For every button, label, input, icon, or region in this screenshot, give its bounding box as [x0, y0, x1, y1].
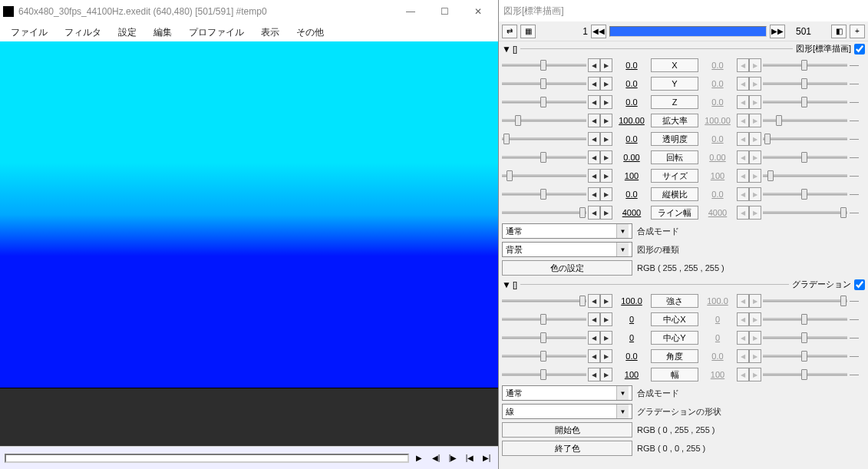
- decrement-button[interactable]: ◀: [588, 77, 600, 91]
- param-slider-right[interactable]: [763, 156, 847, 159]
- param-label-button[interactable]: 幅: [651, 368, 698, 381]
- decrement-button[interactable]: ◀: [737, 368, 749, 381]
- decrement-button[interactable]: ◀: [737, 169, 749, 183]
- param-value-right[interactable]: 4000: [700, 208, 735, 217]
- seek-back-button[interactable]: ◀◀: [591, 25, 606, 38]
- param-slider-right[interactable]: [763, 193, 847, 196]
- param-label-button[interactable]: 中心X: [651, 312, 698, 326]
- start-color-button[interactable]: 開始色: [502, 422, 632, 438]
- next-frame-button[interactable]: |▶: [446, 451, 460, 465]
- param-value-right[interactable]: 100: [700, 171, 735, 180]
- param-value-right[interactable]: 100: [700, 370, 735, 379]
- param-value-left[interactable]: 100.0: [614, 296, 649, 306]
- increment-button[interactable]: ▶: [749, 206, 761, 220]
- param-slider-left[interactable]: [502, 174, 586, 177]
- param-label-button[interactable]: Y: [651, 77, 698, 91]
- param-value-left[interactable]: 0: [614, 333, 649, 342]
- param-slider-left[interactable]: [502, 64, 586, 67]
- menu-item[interactable]: プロファイル: [181, 25, 252, 41]
- increment-button[interactable]: ▶: [600, 114, 612, 127]
- section-bracket[interactable]: []: [513, 45, 517, 54]
- param-value-right[interactable]: 0: [700, 333, 735, 342]
- param-slider-right[interactable]: [763, 373, 847, 376]
- param-value-right[interactable]: 0.0: [700, 79, 735, 88]
- param-value-right[interactable]: 0.0: [700, 61, 735, 70]
- param-value-left[interactable]: 0.0: [614, 79, 649, 88]
- param-slider-right[interactable]: [763, 299, 847, 302]
- decrement-button[interactable]: ◀: [737, 206, 749, 220]
- param-value-left[interactable]: 0: [614, 315, 649, 324]
- param-value-left[interactable]: 0.0: [614, 97, 649, 107]
- param-slider-right[interactable]: [763, 211, 847, 214]
- decrement-button[interactable]: ◀: [588, 114, 600, 127]
- shape-type-dropdown[interactable]: 背景▼: [502, 242, 632, 257]
- param-value-left[interactable]: 0.00: [614, 153, 649, 162]
- scrub-bar[interactable]: [5, 454, 409, 463]
- increment-button[interactable]: ▶: [749, 294, 761, 308]
- start-button[interactable]: |◀: [463, 451, 477, 465]
- grad-shape-dropdown[interactable]: 線▼: [502, 404, 632, 419]
- increment-button[interactable]: ▶: [749, 114, 761, 127]
- increment-button[interactable]: ▶: [749, 187, 761, 201]
- param-label-button[interactable]: 強さ: [651, 294, 698, 308]
- decrement-button[interactable]: ◀: [588, 206, 600, 220]
- increment-button[interactable]: ▶: [749, 331, 761, 345]
- decrement-button[interactable]: ◀: [588, 58, 600, 72]
- menu-item[interactable]: その他: [289, 25, 332, 41]
- param-label-button[interactable]: 縦横比: [651, 187, 698, 201]
- decrement-button[interactable]: ◀: [737, 132, 749, 146]
- seek-bar[interactable]: [609, 26, 767, 37]
- param-slider-right[interactable]: [763, 318, 847, 321]
- decrement-button[interactable]: ◀: [588, 368, 600, 381]
- increment-button[interactable]: ▶: [749, 77, 761, 91]
- decrement-button[interactable]: ◀: [737, 95, 749, 109]
- decrement-button[interactable]: ◀: [737, 331, 749, 345]
- menu-item[interactable]: ファイル: [3, 25, 55, 41]
- param-label-button[interactable]: 角度: [651, 349, 698, 363]
- param-slider-left[interactable]: [502, 299, 586, 302]
- decrement-button[interactable]: ◀: [588, 169, 600, 183]
- param-slider-right[interactable]: [763, 137, 847, 140]
- param-slider-right[interactable]: [763, 82, 847, 85]
- decrement-button[interactable]: ◀: [737, 294, 749, 308]
- param-label-button[interactable]: X: [651, 58, 698, 72]
- increment-button[interactable]: ▶: [749, 349, 761, 363]
- menu-item[interactable]: フィルタ: [57, 25, 109, 41]
- decrement-button[interactable]: ◀: [588, 331, 600, 345]
- param-value-right[interactable]: 0.0: [700, 190, 735, 199]
- toggle-a-button[interactable]: ⇄: [502, 25, 517, 38]
- param-value-right[interactable]: 0: [700, 315, 735, 324]
- decrement-button[interactable]: ◀: [737, 77, 749, 91]
- collapse-icon[interactable]: ▼: [502, 44, 510, 54]
- blend-mode-dropdown[interactable]: 通常▼: [502, 223, 632, 239]
- increment-button[interactable]: ▶: [749, 150, 761, 164]
- increment-button[interactable]: ▶: [600, 58, 612, 72]
- param-slider-right[interactable]: [763, 336, 847, 339]
- increment-button[interactable]: ▶: [600, 349, 612, 363]
- decrement-button[interactable]: ◀: [737, 150, 749, 164]
- decrement-button[interactable]: ◀: [737, 58, 749, 72]
- param-slider-right[interactable]: [763, 119, 847, 122]
- param-slider-left[interactable]: [502, 355, 586, 358]
- decrement-button[interactable]: ◀: [588, 294, 600, 308]
- toggle-c-button[interactable]: ◧: [831, 25, 847, 38]
- param-slider-left[interactable]: [502, 211, 586, 214]
- param-slider-right[interactable]: [763, 64, 847, 67]
- param-slider-right[interactable]: [763, 101, 847, 104]
- param-slider-left[interactable]: [502, 156, 586, 159]
- prev-frame-button[interactable]: ◀|: [429, 451, 443, 465]
- decrement-button[interactable]: ◀: [737, 349, 749, 363]
- increment-button[interactable]: ▶: [749, 58, 761, 72]
- param-label-button[interactable]: 回転: [651, 150, 698, 164]
- section-enable-checkbox[interactable]: [854, 279, 865, 290]
- param-slider-left[interactable]: [502, 193, 586, 196]
- param-value-left[interactable]: 0.0: [614, 134, 649, 144]
- increment-button[interactable]: ▶: [600, 312, 612, 326]
- increment-button[interactable]: ▶: [600, 132, 612, 146]
- decrement-button[interactable]: ◀: [737, 114, 749, 127]
- grad-blend-dropdown[interactable]: 通常▼: [502, 385, 632, 401]
- param-value-right[interactable]: 0.0: [700, 134, 735, 144]
- param-value-left[interactable]: 4000: [614, 208, 649, 217]
- increment-button[interactable]: ▶: [749, 312, 761, 326]
- increment-button[interactable]: ▶: [600, 187, 612, 201]
